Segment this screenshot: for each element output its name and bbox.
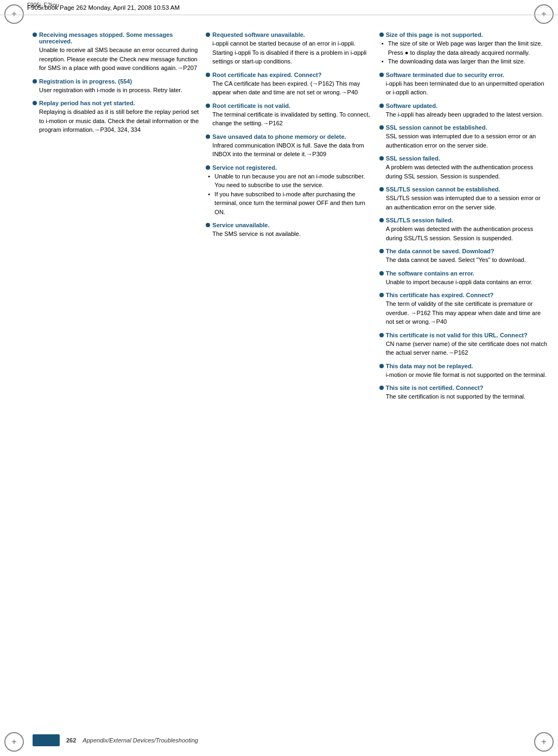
section-title: Software updated.: [379, 102, 547, 109]
bullet-icon: [379, 249, 384, 253]
section-body: Unable to receive all SMS because an err…: [33, 46, 200, 73]
section-item: Service unavailable.The SMS service is n…: [206, 222, 373, 239]
section-item: Root certificate is not valid.The termin…: [206, 102, 373, 128]
footer-label: Appendix/External Devices/Troubleshootin…: [83, 737, 198, 744]
footer-color-block: [33, 734, 60, 746]
section-title-text: Root certificate is not valid.: [212, 102, 290, 109]
bullet-icon: [33, 79, 37, 84]
section-title-text: The data cannot be saved. Download?: [386, 248, 494, 254]
footer: 262 Appendix/External Devices/Troublesho…: [33, 734, 547, 746]
section-title-text: Service unavailable.: [212, 222, 269, 228]
bullet-icon: [206, 223, 210, 227]
column-2: Requested software unavailable.i-αppli c…: [206, 31, 373, 407]
page-content: Receiving messages stopped. Some message…: [0, 15, 558, 756]
section-item: Save unsaved data to phone memory or del…: [206, 133, 373, 159]
section-body: The CA certificate has been expired. (→P…: [206, 79, 373, 97]
column-3: Size of this page is not supported.The s…: [379, 31, 547, 407]
section-item: This data may not be replayed.i-motion o…: [379, 363, 547, 380]
section-title: Root certificate has expired. Connect?: [206, 72, 373, 78]
bullet-icon: [206, 33, 210, 37]
section-body: Replaying is disabled as it is still bef…: [33, 107, 200, 134]
section-title: Root certificate is not valid.: [206, 102, 373, 109]
sub-list: Unable to run because you are not an i-m…: [206, 172, 373, 217]
section-body: The SMS service is not available.: [206, 229, 373, 239]
bullet-icon: [379, 156, 384, 161]
sub-list: The size of site or Web page was larger …: [379, 39, 547, 66]
bullet-icon: [379, 125, 384, 130]
bullet-icon: [379, 386, 384, 390]
section-title: SSL/TLS session cannot be established.: [379, 186, 547, 193]
section-title-text: This data may not be replayed.: [386, 363, 473, 369]
section-title: This data may not be replayed.: [379, 363, 547, 369]
section-item: Requested software unavailable.i-αppli c…: [206, 31, 373, 66]
section-item: Registration is in progress. (554)User r…: [33, 78, 200, 95]
section-item: This site is not certified. Connect?The …: [379, 385, 547, 401]
section-item: Software updated.The i-αppli has already…: [379, 102, 547, 119]
section-title: Service unavailable.: [206, 222, 373, 228]
section-title: Receiving messages stopped. Some message…: [33, 31, 200, 44]
list-item: The size of site or Web page was larger …: [382, 39, 547, 57]
section-item: Replay period has not yet started.Replay…: [33, 100, 200, 134]
bullet-icon: [33, 101, 37, 105]
section-title-text: Replay period has not yet started.: [39, 100, 135, 106]
bullet-icon: [379, 293, 384, 297]
bullet-icon: [379, 218, 384, 222]
section-title: Size of this page is not supported.: [379, 31, 547, 38]
section-title-text: The software contains an error.: [386, 270, 474, 277]
list-item: The downloading data was larger than the…: [382, 57, 547, 66]
section-body: A problem was detected with the authenti…: [379, 225, 547, 242]
section-body: SSL/TLS session was interrupted due to a…: [379, 194, 547, 212]
section-title-text: Software updated.: [386, 102, 437, 109]
section-item: Root certificate has expired. Connect?Th…: [206, 72, 373, 97]
header-book-ref: F905i.book Page 262 Monday, April 21, 20…: [27, 4, 180, 11]
section-title-text: Software terminated due to security erro…: [386, 72, 504, 78]
section-item: Size of this page is not supported.The s…: [379, 31, 547, 66]
bullet-icon: [33, 33, 37, 37]
section-title: This certificate is not valid for this U…: [379, 332, 547, 338]
section-title: The data cannot be saved. Download?: [379, 248, 547, 254]
section-title: This certificate has expired. Connect?: [379, 292, 547, 298]
section-title-text: Root certificate has expired. Connect?: [212, 72, 321, 78]
footer-page-number: 262: [66, 737, 76, 744]
section-title: This site is not certified. Connect?: [379, 385, 547, 391]
section-title-text: Receiving messages stopped. Some message…: [39, 31, 200, 44]
section-title-text: SSL session failed.: [386, 155, 440, 162]
section-title: SSL session failed.: [379, 155, 547, 162]
section-body: Infrared communication INBOX is full. Sa…: [206, 141, 373, 159]
section-title: Save unsaved data to phone memory or del…: [206, 133, 373, 140]
section-item: The data cannot be saved. Download?The d…: [379, 248, 547, 265]
section-item: Software terminated due to security erro…: [379, 72, 547, 97]
section-title-text: Requested software unavailable.: [212, 31, 305, 38]
section-item: The software contains an error.Unable to…: [379, 270, 547, 287]
bullet-icon: [379, 271, 384, 276]
section-body: The data cannot be saved. Select "Yes" t…: [379, 255, 547, 265]
section-title: Replay period has not yet started.: [33, 100, 200, 106]
bullet-icon: [206, 134, 210, 139]
section-title-text: Registration is in progress. (554): [39, 78, 132, 85]
section-item: SSL/TLS session failed.A problem was det…: [379, 217, 547, 242]
section-title: Requested software unavailable.: [206, 31, 373, 38]
section-body: User registration with i-mode is in proc…: [33, 86, 200, 95]
section-title-text: This certificate is not valid for this U…: [386, 332, 528, 338]
section-body: i-αppli has been terminated due to an un…: [379, 79, 547, 97]
list-item: Unable to run because you are not an i-m…: [208, 172, 373, 190]
section-body: SSL session was interrupted due to a ses…: [379, 132, 547, 150]
section-body: The i-αppli has already been upgraded to…: [379, 110, 547, 119]
section-body: The site certification is not supported …: [379, 392, 547, 401]
section-title-text: SSL/TLS session cannot be established.: [386, 186, 500, 193]
section-body: i-motion or movie file format is not sup…: [379, 370, 547, 380]
bullet-icon: [206, 73, 210, 77]
section-item: SSL/TLS session cannot be established.SS…: [379, 186, 547, 212]
section-body: The terminal certificate is invalidated …: [206, 110, 373, 128]
bullet-icon: [379, 364, 384, 368]
bullet-icon: [379, 104, 384, 108]
section-body: Unable to import because i-αppli data co…: [379, 278, 547, 287]
section-item: Receiving messages stopped. Some message…: [33, 31, 200, 73]
list-item: If you have subscribed to i-mode after p…: [208, 190, 373, 217]
bullet-icon: [206, 165, 210, 170]
section-title-text: This certificate has expired. Connect?: [386, 292, 494, 298]
bullet-icon: [206, 104, 210, 108]
section-body: The term of validity of the site certifi…: [379, 299, 547, 326]
bullet-icon: [379, 333, 384, 337]
section-title-text: Size of this page is not supported.: [386, 31, 483, 38]
